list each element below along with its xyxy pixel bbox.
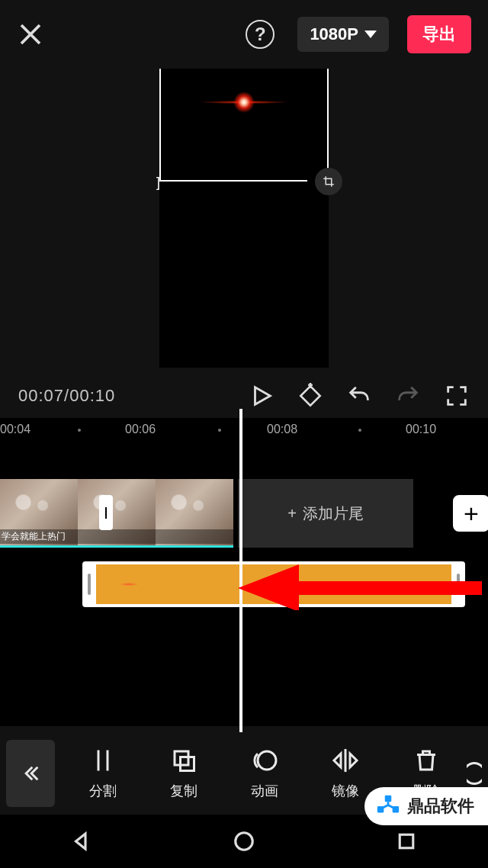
watermark-logo-icon [375, 793, 401, 819]
close-icon[interactable] [17, 21, 44, 48]
effect-thumbnail [119, 583, 139, 586]
effect-clip[interactable] [82, 561, 465, 607]
preview-area: ] [0, 69, 488, 374]
bracket-icon: ] [156, 175, 160, 191]
fullscreen-icon[interactable] [444, 383, 470, 409]
playback-controls: 00:07/00:10 [0, 374, 488, 418]
back-button[interactable] [6, 740, 55, 807]
preview-canvas[interactable]: ] [159, 69, 329, 368]
svg-rect-7 [400, 834, 414, 848]
copy-button[interactable]: 复制 [143, 747, 224, 800]
clip-handle-right[interactable] [457, 574, 460, 595]
resolution-select[interactable]: 1080P [297, 17, 389, 52]
effect-clip-body[interactable] [96, 564, 451, 604]
time-ruler[interactable]: 00:04 00:06 00:08 00:10 [0, 418, 488, 444]
split-icon [89, 747, 117, 774]
redo-icon[interactable] [395, 383, 421, 409]
mirror-icon [332, 747, 359, 774]
clip-split-handle[interactable]: | [99, 495, 113, 530]
effect-track[interactable] [0, 561, 488, 607]
split-button[interactable]: 分割 [63, 747, 143, 800]
clip-caption: 学会就能上热门 [0, 529, 233, 544]
svg-point-6 [236, 833, 253, 850]
svg-point-4 [258, 751, 276, 770]
add-clip-button[interactable]: + [453, 495, 488, 532]
watermark: 鼎品软件 [364, 787, 488, 825]
watermark-text: 鼎品软件 [407, 795, 474, 818]
help-icon[interactable]: ? [246, 20, 274, 49]
svg-point-5 [467, 764, 482, 784]
undo-icon[interactable] [346, 383, 372, 409]
plus-icon: + [287, 505, 297, 522]
timeline: 学会就能上热门 | + 添加片尾 + [0, 444, 488, 726]
nav-back-icon[interactable] [70, 830, 93, 853]
nav-recent-icon[interactable] [395, 830, 418, 853]
timecode: 00:07/00:10 [18, 386, 115, 406]
resolution-label: 1080P [310, 24, 358, 44]
crop-handle[interactable] [315, 168, 342, 195]
svg-rect-8 [385, 796, 392, 802]
play-icon[interactable] [249, 383, 274, 409]
copy-icon [170, 747, 197, 774]
header: ? 1080P 导出 [0, 0, 488, 69]
clip-handle-left[interactable] [88, 574, 91, 595]
keyframe-add-icon[interactable] [297, 383, 323, 409]
video-clip[interactable]: 学会就能上热门 | [0, 479, 233, 548]
add-tail-button[interactable]: + 添加片尾 [238, 479, 413, 548]
selection-overlay: ] [159, 69, 329, 182]
nav-home-icon[interactable] [233, 830, 255, 853]
more-button[interactable] [467, 760, 482, 787]
chevron-down-icon [364, 31, 377, 38]
delete-icon [413, 747, 440, 774]
export-button[interactable]: 导出 [407, 15, 471, 53]
animation-icon [251, 747, 278, 774]
animation-button[interactable]: 动画 [224, 747, 305, 800]
more-icon [467, 760, 482, 787]
video-track[interactable]: 学会就能上热门 | + 添加片尾 + [0, 479, 488, 548]
